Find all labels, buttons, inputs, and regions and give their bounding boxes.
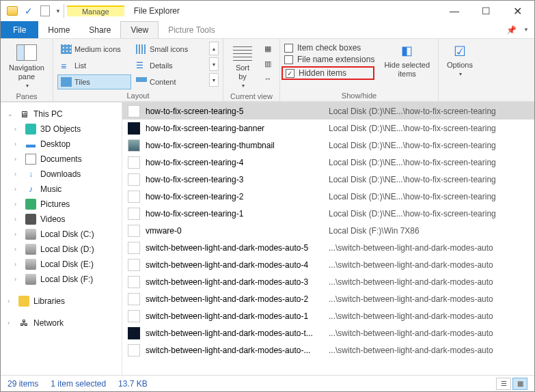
scroll-up-button[interactable]: ▴ [209, 42, 219, 55]
file-thumbnail-icon [128, 139, 140, 152]
scroll-more-button[interactable]: ▾ [209, 73, 219, 87]
file-path: ...\switch-between-light-and-dark-modes-… [329, 328, 529, 338]
ribbon-group-options: ☑ Options ▾ [439, 39, 481, 101]
file-row[interactable]: how-to-fix-screen-tearing-bannerLocal Di… [122, 120, 534, 137]
size-columns-button[interactable]: ↔ [260, 72, 275, 85]
tree-videos[interactable]: ›Videos [1, 212, 122, 227]
file-row[interactable]: how-to-fix-screen-tearing-1Local Disk (D… [122, 205, 534, 222]
sort-icon [233, 44, 252, 61]
maximize-button[interactable]: ☐ [470, 1, 502, 21]
tab-home[interactable]: Home [38, 21, 79, 38]
sort-by-button[interactable]: Sort by ▾ [228, 42, 258, 91]
close-button[interactable]: ✕ [502, 1, 533, 21]
file-name: switch-between-light-and-dark-modes-auto… [146, 243, 323, 253]
divider [64, 4, 64, 18]
qat-properties[interactable]: ✓ [21, 3, 36, 18]
tree-disk-d[interactable]: ›Local Disk (D:) [1, 242, 122, 257]
help-icon[interactable]: ▼ [523, 27, 529, 33]
qat-new-folder[interactable] [38, 3, 53, 18]
file-thumbnail-icon [128, 327, 140, 339]
tree-libraries[interactable]: ›Libraries [1, 294, 122, 309]
file-name: how-to-fix-screen-tearing-thumbnail [146, 141, 323, 150]
qat-dropdown-icon[interactable]: ▼ [55, 8, 61, 14]
file-row[interactable]: how-to-fix-screen-tearing-3Local Disk (D… [122, 171, 534, 188]
file-row[interactable]: how-to-fix-screen-tearing-5Local Disk (D… [122, 102, 534, 120]
tree-disk-c[interactable]: ›Local Disk (C:) [1, 227, 122, 242]
file-row[interactable]: how-to-fix-screen-tearing-2Local Disk (D… [122, 188, 534, 205]
tree-music[interactable]: ›Music [1, 182, 122, 197]
tree-desktop[interactable]: ›Desktop [1, 137, 122, 152]
layout-list[interactable]: List [57, 58, 131, 73]
ribbon-group-show-hide: Item check boxes File name extensions ✓H… [280, 39, 439, 101]
file-thumbnail-icon [128, 293, 140, 305]
hide-selected-items-button[interactable]: ◧ Hide selected items [380, 42, 434, 80]
tree-this-pc[interactable]: ⌄This PC [1, 107, 122, 122]
file-row[interactable]: switch-between-light-and-dark-modes-auto… [122, 256, 534, 273]
tab-file[interactable]: File [1, 21, 38, 38]
view-details-button[interactable]: ☰ [496, 378, 511, 390]
tree-pictures[interactable]: ›Pictures [1, 197, 122, 212]
tree-downloads[interactable]: ›Downloads [1, 167, 122, 182]
pin-icon[interactable]: 📌 [506, 25, 517, 35]
item-check-boxes-checkbox[interactable]: Item check boxes [284, 43, 374, 53]
layout-tiles[interactable]: Tiles [57, 74, 131, 89]
file-path: Local Disk (D:)\NE...\how-to-fix-screen-… [329, 192, 529, 201]
file-path: Local Disk (D:)\NE...\how-to-fix-screen-… [329, 141, 529, 150]
file-path: ...\switch-between-light-and-dark-modes-… [329, 346, 529, 355]
options-button[interactable]: ☑ Options ▾ [443, 42, 477, 79]
tab-picture-tools[interactable]: Picture Tools [159, 21, 224, 38]
tree-disk-e[interactable]: ›Local Disk (E:) [1, 257, 122, 272]
tree-network[interactable]: ›Network [1, 316, 122, 331]
layout-small-icons[interactable]: Small icons [133, 42, 206, 57]
file-name: switch-between-light-and-dark-modes-auto… [146, 294, 323, 304]
file-row[interactable]: how-to-fix-screen-tearing-4Local Disk (D… [122, 154, 534, 171]
ribbon-group-layout: Medium icons Small icons List Details Ti… [53, 39, 223, 101]
menubar: File Home Share View Picture Tools 📌 ▼ [1, 21, 534, 39]
file-name: switch-between-light-and-dark-modes-auto… [146, 260, 323, 270]
main-area: ⌄This PC ›3D Objects ›Desktop ›Documents… [1, 102, 534, 375]
layout-details[interactable]: Details [133, 58, 206, 73]
file-row[interactable]: switch-between-light-and-dark-modes-auto… [122, 324, 534, 341]
scroll-down-button[interactable]: ▾ [209, 57, 219, 71]
tab-view[interactable]: View [120, 21, 159, 38]
file-path: ...\switch-between-light-and-dark-modes-… [329, 260, 529, 270]
file-thumbnail-icon [128, 208, 140, 220]
file-row[interactable]: switch-between-light-and-dark-modes-auto… [122, 273, 534, 290]
file-path: Local Disk (D:)\NE...\how-to-fix-screen-… [329, 158, 529, 167]
layout-medium-icons[interactable]: Medium icons [57, 42, 131, 57]
file-thumbnail-icon [128, 225, 140, 237]
contextual-tab-manage[interactable]: Manage [67, 5, 124, 16]
file-path: Local Disk (D:)\NE...\how-to-fix-screen-… [329, 124, 529, 133]
file-name: how-to-fix-screen-tearing-1 [146, 209, 323, 219]
file-row[interactable]: switch-between-light-and-dark-modes-auto… [122, 239, 534, 256]
file-row[interactable]: switch-between-light-and-dark-modes-auto… [122, 290, 534, 307]
file-name: switch-between-light-and-dark-modes-auto… [146, 277, 323, 287]
file-row[interactable]: switch-between-light-and-dark-modes-auto… [122, 341, 534, 359]
app-icon[interactable] [5, 3, 20, 18]
file-path: ...\switch-between-light-and-dark-modes-… [329, 294, 529, 304]
status-size: 13.7 KB [118, 379, 148, 389]
file-row[interactable]: how-to-fix-screen-tearing-thumbnailLocal… [122, 137, 534, 154]
file-name: how-to-fix-screen-tearing-5 [146, 107, 323, 116]
file-row[interactable]: vmware-0Local Disk (F:)\Win 7X86 [122, 222, 534, 239]
file-path: Local Disk (D:)\NE...\how-to-fix-screen-… [329, 209, 529, 219]
tree-documents[interactable]: ›Documents [1, 152, 122, 167]
tree-disk-f[interactable]: ›Local Disk (F:) [1, 272, 122, 287]
view-tiles-button[interactable]: ▦ [512, 378, 527, 390]
status-selected: 1 item selected [51, 379, 106, 389]
add-columns-button[interactable]: ▥ [260, 57, 275, 70]
file-thumbnail-icon [128, 276, 140, 288]
tab-share[interactable]: Share [79, 21, 120, 38]
minimize-button[interactable]: — [439, 1, 470, 21]
file-row[interactable]: switch-between-light-and-dark-modes-auto… [122, 307, 534, 324]
hidden-items-checkbox[interactable]: ✓Hidden items [282, 66, 374, 80]
tree-3d-objects[interactable]: ›3D Objects [1, 122, 122, 137]
file-path: ...\switch-between-light-and-dark-modes-… [329, 277, 529, 287]
layout-content[interactable]: Content [133, 74, 206, 89]
navigation-pane-button[interactable]: Navigation pane ▾ [5, 42, 49, 91]
quick-access-toolbar: ✓ ▼ [2, 3, 61, 18]
file-name-extensions-checkbox[interactable]: File name extensions [284, 55, 374, 64]
file-path: Local Disk (F:)\Win 7X86 [329, 226, 529, 236]
file-list[interactable]: how-to-fix-screen-tearing-5Local Disk (D… [122, 102, 534, 375]
group-by-button[interactable]: ▦ [260, 42, 275, 55]
